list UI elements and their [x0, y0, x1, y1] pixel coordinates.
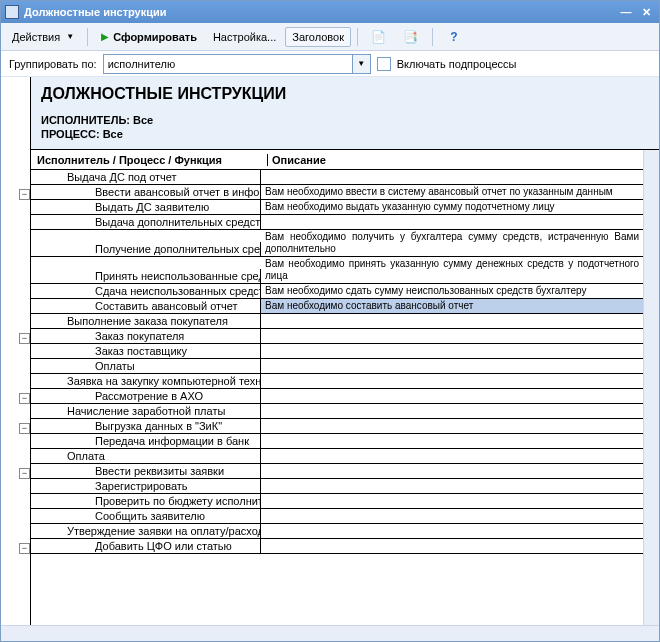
table-row[interactable]: Получение дополнительных средВам необход… [31, 230, 643, 257]
table-row[interactable]: Выдача дополнительных средств [31, 215, 643, 230]
play-icon: ▶ [101, 31, 109, 42]
tree-toggle[interactable]: − [19, 423, 30, 434]
cell-description [261, 461, 643, 463]
cell-function: Начисление заработной платы [31, 404, 261, 418]
table-row[interactable]: Передача информации в банк [31, 434, 643, 449]
table-row[interactable]: Выполнение заказа покупателя [31, 314, 643, 329]
cell-description [261, 386, 643, 388]
cell-description: Вам необходимо сдать сумму неиспользован… [261, 284, 643, 298]
table-row[interactable]: Принять неиспользованные средВам необход… [31, 257, 643, 284]
mail-icon: 📄 [371, 29, 387, 45]
cell-description: Вам необходимо получить у бухгалтера сум… [261, 230, 643, 256]
build-button[interactable]: ▶ Сформировать [94, 27, 204, 47]
group-by-label: Группировать по: [9, 58, 97, 70]
cell-description [261, 506, 643, 508]
vertical-scrollbar[interactable] [643, 150, 659, 625]
table-row[interactable]: Выдать ДС заявителюВам необходимо выдать… [31, 200, 643, 215]
cell-description [261, 182, 643, 184]
table-row[interactable]: Выгрузка данных в "ЗиК" [31, 419, 643, 434]
cell-function: Составить авансовый отчет [31, 299, 261, 313]
grid-header: Исполнитель / Процесс / Функция Описание [31, 150, 643, 170]
cell-function: Сообщить заявителю [31, 509, 261, 523]
table-row[interactable]: Проверить по бюджету исполнит [31, 494, 643, 509]
group-by-combo[interactable]: ▼ [103, 54, 371, 74]
close-button[interactable]: ✕ [637, 4, 655, 20]
cell-function: Добавить ЦФО или статью [31, 539, 261, 553]
col-header-a: Исполнитель / Процесс / Функция [37, 154, 267, 166]
table-row[interactable]: Заказ покупателя [31, 329, 643, 344]
tree-toggle[interactable]: − [19, 333, 30, 344]
cell-function: Заказ поставщику [31, 344, 261, 358]
tree-gutter: −−−−−− [1, 77, 31, 625]
help-button[interactable]: ? [439, 25, 469, 49]
tool-icon-2[interactable]: 📑 [396, 25, 426, 49]
tree-toggle[interactable]: − [19, 189, 30, 200]
cell-description [261, 431, 643, 433]
cell-function: Проверить по бюджету исполнит [31, 494, 261, 508]
doc-meta: ИСПОЛНИТЕЛЬ: Все ПРОЦЕСС: Все [41, 113, 649, 141]
table-row[interactable]: Оплаты [31, 359, 643, 374]
caption-button[interactable]: Заголовок [285, 27, 351, 47]
export-icon: 📑 [403, 29, 419, 45]
table-row[interactable]: Зарегистрировать [31, 479, 643, 494]
table-row[interactable]: Рассмотрение в АХО [31, 389, 643, 404]
cell-description: Вам необходимо выдать указанную сумму по… [261, 200, 643, 214]
cell-function: Заказ покупателя [31, 329, 261, 343]
cell-function: Утверждение заявки на оплату/расход [31, 524, 261, 538]
cell-description [261, 476, 643, 478]
settings-button[interactable]: Настройка... [206, 27, 283, 47]
cell-function: Заявка на закупку компьютерной техни [31, 374, 261, 388]
tool-icon-1[interactable]: 📄 [364, 25, 394, 49]
cell-function: Выгрузка данных в "ЗиК" [31, 419, 261, 433]
cell-description [261, 371, 643, 373]
toolbar: Действия ▼ ▶ Сформировать Настройка... З… [1, 23, 659, 51]
cell-function: Выдача дополнительных средств [31, 215, 261, 229]
chevron-down-icon[interactable]: ▼ [352, 55, 370, 73]
cell-description [261, 341, 643, 343]
cell-function: Оплата [31, 449, 261, 463]
table-row[interactable]: Выдача ДС под отчет [31, 170, 643, 185]
cell-description [261, 227, 643, 229]
table-row[interactable]: Оплата [31, 449, 643, 464]
doc-title: ДОЛЖНОСТНЫЕ ИНСТРУКЦИИ [41, 85, 649, 103]
include-subprocesses-checkbox[interactable] [377, 57, 391, 71]
cell-function: Выдача ДС под отчет [31, 170, 261, 184]
tree-toggle[interactable]: − [19, 468, 30, 479]
app-window: Должностные инструкции — ✕ Действия ▼ ▶ … [0, 0, 660, 642]
cell-description [261, 401, 643, 403]
cell-function: Рассмотрение в АХО [31, 389, 261, 403]
cell-description [261, 536, 643, 538]
cell-description: Вам необходимо принять указанную сумму д… [261, 257, 643, 283]
table-row[interactable]: Ввести авансовый отчет в инфоВам необход… [31, 185, 643, 200]
actions-menu[interactable]: Действия ▼ [5, 27, 81, 47]
table-row[interactable]: Утверждение заявки на оплату/расход [31, 524, 643, 539]
document: −−−−−− ДОЛЖНОСТНЫЕ ИНСТРУКЦИИ ИСПОЛНИТЕЛ… [1, 77, 659, 641]
table-row[interactable]: Сообщить заявителю [31, 509, 643, 524]
tree-toggle[interactable]: − [19, 543, 30, 554]
cell-function: Принять неиспользованные сред [31, 269, 261, 283]
cell-description [261, 491, 643, 493]
cell-function: Выполнение заказа покупателя [31, 314, 261, 328]
col-header-b: Описание [267, 154, 643, 166]
include-subprocesses-label: Включать подпроцессы [397, 58, 517, 70]
table-row[interactable]: Добавить ЦФО или статью [31, 539, 643, 554]
grid-body: Выдача ДС под отчетВвести авансовый отче… [31, 170, 643, 625]
tree-toggle[interactable]: − [19, 393, 30, 404]
table-row[interactable]: Заказ поставщику [31, 344, 643, 359]
cell-description: Вам необходимо ввести в систему авансовы… [261, 185, 643, 199]
group-by-input[interactable] [104, 55, 352, 73]
window-title: Должностные инструкции [24, 6, 615, 18]
cell-description [261, 446, 643, 448]
cell-function: Зарегистрировать [31, 479, 261, 493]
table-row[interactable]: Сдача неиспользованных средствВам необхо… [31, 284, 643, 299]
help-icon: ? [446, 29, 462, 45]
table-row[interactable]: Заявка на закупку компьютерной техни [31, 374, 643, 389]
cell-description [261, 521, 643, 523]
filter-bar: Группировать по: ▼ Включать подпроцессы [1, 51, 659, 77]
horizontal-scrollbar[interactable] [1, 625, 659, 641]
table-row[interactable]: Начисление заработной платы [31, 404, 643, 419]
cell-function: Ввести реквизиты заявки [31, 464, 261, 478]
table-row[interactable]: Ввести реквизиты заявки [31, 464, 643, 479]
minimize-button[interactable]: — [617, 4, 635, 20]
table-row[interactable]: Составить авансовый отчетВам необходимо … [31, 299, 643, 314]
